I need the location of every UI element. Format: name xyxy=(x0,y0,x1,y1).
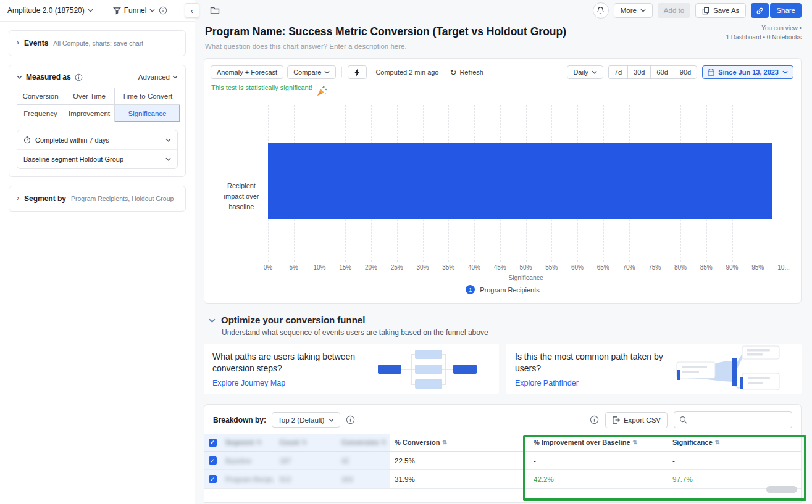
range-7d[interactable]: 7d xyxy=(608,65,627,79)
breakdown-panel: Breakdown by: Top 2 (Default) Export CSV xyxy=(204,404,802,503)
table-row[interactable]: ✓Program Recipi...51216331.9%42.2%97.7% xyxy=(204,470,801,489)
value-cell: - xyxy=(529,457,668,465)
notifications-button[interactable] xyxy=(593,2,609,19)
significance-bar[interactable] xyxy=(268,143,772,219)
breakdown-selector[interactable]: Top 2 (Default) xyxy=(272,412,340,428)
journey-map-card: What paths are users taking between conv… xyxy=(204,344,499,394)
lightning-icon xyxy=(354,68,360,76)
copy-link-button[interactable] xyxy=(751,3,769,18)
checkbox-cell: ✓ xyxy=(204,470,220,488)
tab-time-to-convert[interactable]: Time to Convert xyxy=(115,88,180,105)
events-summary: All Compute, charts: save chart xyxy=(53,39,143,47)
info-icon[interactable] xyxy=(159,6,167,15)
anomaly-forecast-label: Anomaly + Forecast xyxy=(217,68,277,76)
bell-icon xyxy=(596,6,605,15)
range-30d[interactable]: 30d xyxy=(627,65,650,79)
main-toolbar: More Add to Save As Share xyxy=(204,0,802,21)
folder-icon[interactable] xyxy=(210,6,220,15)
baseline-segment-row[interactable]: Baseline segment Holdout Group xyxy=(17,149,177,168)
sort-icon[interactable]: ⇅ xyxy=(302,439,307,445)
row-checkbox[interactable]: ✓ xyxy=(209,439,217,447)
save-as-label: Save As xyxy=(713,7,739,14)
table-search-input[interactable] xyxy=(674,411,792,428)
value-text: 42.2% xyxy=(534,476,554,483)
info-icon[interactable] xyxy=(75,73,83,81)
x-tick: 75% xyxy=(648,264,661,271)
optimize-section: Optimize your conversion funnel Understa… xyxy=(204,315,802,394)
date-range-button[interactable]: Since Jun 13, 2023 xyxy=(702,65,793,79)
more-button[interactable]: More xyxy=(614,3,653,18)
sort-icon[interactable]: ⇅ xyxy=(382,439,387,445)
journey-map-question: What paths are users taking between conv… xyxy=(212,351,367,374)
search-icon xyxy=(679,416,687,424)
add-to-label: Add to xyxy=(664,7,684,14)
completed-within-row[interactable]: Completed within 7 days xyxy=(17,130,177,149)
permission-text: You can view • xyxy=(726,23,802,33)
project-selector[interactable]: Amplitude 2.0 (187520) xyxy=(7,6,93,15)
tab-conversion[interactable]: Conversion xyxy=(17,88,64,105)
explore-journey-map-link[interactable]: Explore Journey Map xyxy=(212,379,367,387)
tab-improvement[interactable]: Improvement xyxy=(64,105,115,122)
copy-icon xyxy=(702,7,709,15)
chart-legend: 1 Program Recipients xyxy=(204,285,801,294)
pathfinder-illustration xyxy=(673,344,783,394)
sort-icon[interactable]: ⇅ xyxy=(256,439,261,445)
segment-by-toggle[interactable]: › Segment by Program Recipients, Holdout… xyxy=(9,186,185,211)
breakdown-by-label: Breakdown by: xyxy=(213,416,266,424)
sort-icon[interactable]: ⇅ xyxy=(633,439,638,445)
redacted-text: Baseline xyxy=(225,457,251,465)
events-section-toggle[interactable]: › Events All Compute, charts: save chart xyxy=(9,31,185,56)
redacted-cell: 512 xyxy=(275,470,337,488)
x-tick: 20% xyxy=(365,264,377,271)
chart-type-selector[interactable]: Funnel xyxy=(113,6,156,15)
x-axis-ticks: 0%5%10%15%20%25%30%35%40%45%50%55%60%65%… xyxy=(268,264,784,273)
redacted-header-text: Count xyxy=(280,439,299,446)
tab-significance[interactable]: Significance xyxy=(115,105,180,122)
legend-series-badge[interactable]: 1 xyxy=(466,285,475,294)
explore-pathfinder-link[interactable]: Explore Pathfinder xyxy=(515,379,669,387)
refresh-button[interactable]: ↻ Refresh xyxy=(450,68,483,77)
anomaly-forecast-button[interactable]: Anomaly + Forecast xyxy=(211,65,283,79)
description-placeholder[interactable]: What question does this chart answer? En… xyxy=(205,43,802,50)
x-tick: 35% xyxy=(442,264,454,271)
compare-button[interactable]: Compare xyxy=(287,65,336,79)
significance-message-text: This test is statistically significant! xyxy=(211,84,312,91)
redacted-text: Program Recipi... xyxy=(225,476,275,483)
horizontal-scrollbar-thumb[interactable] xyxy=(766,486,797,493)
legend-series-label[interactable]: Program Recipients xyxy=(480,286,540,294)
page-title[interactable]: Program Name: Success Metric Conversion … xyxy=(205,25,802,38)
interval-select[interactable]: Daily xyxy=(567,65,603,79)
x-tick: 25% xyxy=(391,264,403,271)
x-tick: 95% xyxy=(751,264,764,271)
range-button-group: 7d30d60d90d xyxy=(608,65,697,79)
redacted-text: 512 xyxy=(280,476,291,483)
x-tick: 55% xyxy=(545,264,558,271)
chevron-down-icon xyxy=(329,418,334,422)
tab-frequency[interactable]: Frequency xyxy=(17,105,64,122)
x-tick: 80% xyxy=(674,264,687,271)
share-button[interactable]: Share xyxy=(770,3,802,18)
chevron-down-icon[interactable] xyxy=(17,75,22,79)
interval-label: Daily xyxy=(573,68,588,76)
redacted-header-cell: Segment⇅ xyxy=(220,434,275,451)
measured-as-section: Measured as Advanced ConversionOver Time… xyxy=(9,65,186,177)
export-csv-button[interactable]: Export CSV xyxy=(605,412,668,428)
info-icon[interactable] xyxy=(346,415,355,424)
chevron-down-icon[interactable] xyxy=(209,318,216,323)
sort-icon[interactable]: ⇅ xyxy=(442,439,447,445)
collapse-panel-button[interactable]: ‹ xyxy=(185,3,199,18)
add-to-button[interactable]: Add to xyxy=(658,3,690,18)
range-90d[interactable]: 90d xyxy=(674,65,697,79)
lightning-button[interactable] xyxy=(348,65,367,79)
chevron-down-icon xyxy=(149,9,155,12)
row-checkbox[interactable]: ✓ xyxy=(209,456,217,465)
sort-icon[interactable]: ⇅ xyxy=(715,439,720,445)
row-checkbox[interactable]: ✓ xyxy=(209,475,217,483)
advanced-dropdown[interactable]: Advanced xyxy=(138,73,178,81)
table-row[interactable]: ✓Baseline1874222.5%-- xyxy=(204,452,801,470)
info-icon[interactable] xyxy=(590,415,599,424)
tab-over-time[interactable]: Over Time xyxy=(64,88,115,105)
save-as-button[interactable]: Save As xyxy=(695,3,746,18)
range-60d[interactable]: 60d xyxy=(650,65,673,79)
sidebar-topbar: Amplitude 2.0 (187520) Funnel xyxy=(0,0,195,22)
